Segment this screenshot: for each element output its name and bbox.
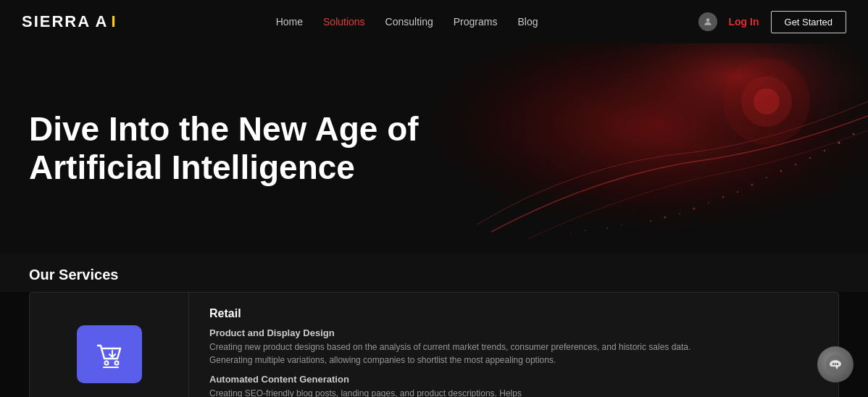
shopping-cart-icon: [91, 337, 128, 372]
service-title-2: Automated Content Generation: [209, 374, 818, 385]
chat-icon: [825, 354, 846, 375]
svg-point-10: [722, 196, 724, 198]
svg-point-6: [693, 208, 696, 210]
svg-point-14: [780, 170, 782, 172]
svg-point-33: [837, 363, 838, 364]
nav-right: Log In Get Started: [698, 11, 846, 33]
svg-point-21: [570, 233, 572, 234]
login-button[interactable]: Log In: [729, 16, 759, 28]
svg-point-17: [824, 150, 825, 151]
service-desc-1: Creating new product designs based on th…: [209, 340, 717, 367]
services-section-label: Our Services: [0, 254, 868, 292]
get-started-button[interactable]: Get Started: [771, 11, 846, 33]
nav-links: Home Solutions Consulting Programs Blog: [276, 15, 538, 28]
svg-point-18: [838, 142, 840, 144]
svg-point-3: [664, 217, 667, 219]
hero-section: Dive Into the New Age of Artificial Inte…: [0, 43, 868, 254]
svg-point-24: [754, 88, 780, 114]
services-card: Retail Product and Display Design Creati…: [29, 292, 839, 397]
nav-item-blog[interactable]: Blog: [517, 15, 538, 28]
retail-icon-box: [77, 325, 142, 383]
hero-headline: Dive Into the New Age of Artificial Inte…: [29, 110, 419, 187]
svg-point-5: [650, 220, 651, 222]
service-item-1: Product and Display Design Creating new …: [209, 327, 818, 367]
svg-point-12: [751, 184, 754, 186]
nav-link-blog[interactable]: Blog: [517, 16, 538, 28]
navbar: SIERRA AI Home Solutions Consulting Prog…: [0, 0, 868, 43]
nav-item-programs[interactable]: Programs: [454, 15, 498, 28]
nav-link-home[interactable]: Home: [276, 16, 303, 28]
svg-point-19: [853, 133, 854, 135]
nav-item-consulting[interactable]: Consulting: [385, 15, 433, 28]
nav-item-solutions[interactable]: Solutions: [323, 15, 365, 28]
service-item-2: Automated Content Generation Creating SE…: [209, 374, 818, 397]
nav-link-consulting[interactable]: Consulting: [385, 16, 433, 28]
svg-point-8: [621, 224, 622, 225]
nav-link-solutions[interactable]: Solutions: [323, 16, 365, 28]
svg-point-7: [708, 202, 709, 204]
svg-point-4: [679, 213, 680, 214]
svg-point-15: [795, 164, 797, 166]
logo[interactable]: SIERRA AI: [22, 12, 116, 31]
svg-point-31: [832, 363, 834, 364]
logo-bracket: I: [112, 12, 116, 31]
card-icon-column: [30, 293, 189, 397]
svg-point-13: [766, 177, 767, 178]
service-title-1: Product and Display Design: [209, 327, 818, 338]
service-desc-2: Creating SEO-friendly blog posts, landin…: [209, 387, 717, 397]
chat-widget[interactable]: [817, 346, 854, 383]
svg-point-9: [606, 227, 609, 230]
svg-point-0: [706, 18, 709, 22]
logo-text: SIERRA A: [22, 12, 109, 31]
user-avatar-icon: [698, 12, 717, 31]
hero-content: Dive Into the New Age of Artificial Inte…: [0, 110, 448, 187]
svg-point-11: [737, 191, 738, 193]
svg-point-20: [585, 230, 586, 231]
nav-item-home[interactable]: Home: [276, 15, 303, 28]
card-content: Retail Product and Display Design Creati…: [189, 293, 838, 397]
svg-point-32: [835, 363, 836, 364]
nav-link-programs[interactable]: Programs: [454, 16, 498, 28]
card-title: Retail: [209, 307, 818, 320]
svg-point-16: [809, 157, 811, 159]
